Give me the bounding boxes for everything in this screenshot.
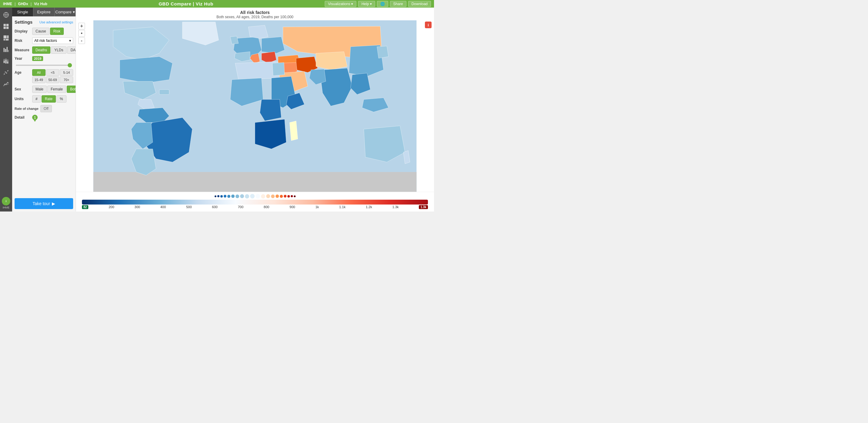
main-layout: I IHME Single Explore Compare ▾ Settings… (0, 8, 434, 212)
year-slider[interactable] (16, 65, 72, 66)
brand-vizhub[interactable]: Viz Hub (34, 2, 48, 6)
zoom-dot-button[interactable]: • (78, 30, 85, 37)
units-setting: Units # Rate % (14, 95, 73, 103)
age-5-14-button[interactable]: 5-14 (60, 69, 73, 76)
year-label: Year (14, 57, 30, 61)
risk-dropdown[interactable]: All risk factors ▾ (32, 37, 73, 44)
female-button[interactable]: Female (48, 86, 66, 93)
tab-explore[interactable]: Explore (33, 8, 55, 17)
units-rate-button[interactable]: Rate (41, 95, 56, 103)
zoom-in-button[interactable]: + (78, 23, 85, 29)
app-title: GBD Compare | Viz Hub (159, 1, 213, 6)
age-50-69-button[interactable]: 50-69 (46, 76, 60, 83)
chevron-down-icon4: ▾ (69, 38, 71, 43)
legend-labels: 82 200 300 400 500 600 700 800 900 1k 1.… (82, 205, 428, 209)
map-container: + • - i (76, 20, 434, 192)
display-label: Display (14, 29, 30, 33)
risk-setting: Risk All risk factors ▾ (14, 37, 73, 44)
measure-btn-group: Deaths YLDs DALYs (32, 46, 75, 54)
sex-btn-group: Male Female Both (32, 86, 75, 93)
svg-rect-4 (6, 24, 9, 26)
detail-setting: Detail 1 (14, 115, 73, 120)
svg-point-22 (5, 72, 6, 72)
brand-ghdx[interactable]: GHDx (18, 2, 28, 6)
separator: | (14, 2, 16, 6)
tab-single[interactable]: Single (12, 8, 33, 17)
both-button[interactable]: Both (67, 86, 75, 93)
age-all-button[interactable]: All (32, 69, 45, 76)
age-70plus-button[interactable]: 70+ (60, 76, 73, 83)
info-icon[interactable]: i (425, 22, 432, 28)
legend-label-1.3k: 1.3k (393, 205, 399, 209)
svg-rect-19 (7, 60, 8, 62)
bar-chart-icon[interactable] (1, 44, 11, 54)
deaths-button[interactable]: Deaths (32, 46, 51, 54)
svg-point-23 (6, 72, 7, 73)
chevron-down-icon3: ▾ (73, 10, 75, 14)
age-lt5-button[interactable]: <5 (46, 69, 60, 76)
top-navigation: IHME | GHDx | Viz Hub GBD Compare | Viz … (0, 0, 434, 8)
top-nav-actions: Visualizations ▾ Help ▾ 🌐 Share Download (325, 1, 431, 7)
chevron-down-icon2: ▾ (370, 2, 372, 6)
chevron-down-icon: ▾ (351, 2, 353, 6)
legend-area: 82 200 300 400 500 600 700 800 900 1k 1.… (76, 192, 434, 212)
svg-rect-7 (4, 35, 7, 38)
age-setting: Age All <5 5-14 15-49 50-69 70+ (14, 69, 73, 83)
svg-rect-16 (4, 61, 5, 63)
advanced-settings-link[interactable]: Use advanced settings (39, 20, 73, 24)
legend-label-800: 800 (264, 205, 269, 209)
globe-view-icon[interactable] (1, 10, 11, 20)
stacked-bar-icon[interactable] (1, 56, 11, 66)
legend-label-1.1k: 1.1k (339, 205, 346, 209)
map-title-area: All risk factors Both sexes, All ages, 2… (76, 8, 434, 20)
units-label: Units (14, 97, 30, 101)
svg-rect-8 (7, 35, 8, 38)
legend-label-900: 900 (289, 205, 295, 209)
units-hash-button[interactable]: # (32, 95, 41, 103)
download-button[interactable]: Download (408, 1, 431, 7)
legend-label-400: 400 (160, 205, 166, 209)
svg-rect-15 (4, 59, 5, 61)
share-button[interactable]: Share (390, 1, 406, 7)
separator2: | (31, 2, 32, 6)
scatter-icon[interactable] (1, 68, 11, 77)
age-15-49-button[interactable]: 15-49 (32, 76, 45, 83)
svg-rect-13 (7, 47, 8, 52)
svg-rect-17 (5, 59, 7, 60)
dalys-button[interactable]: DALYs (67, 46, 75, 54)
take-tour-button[interactable]: Take tour ▶ (14, 198, 73, 209)
svg-rect-18 (5, 60, 7, 64)
display-btn-group: Cause Risk (32, 28, 64, 35)
help-button[interactable]: Help ▾ (358, 1, 375, 7)
brand-ihme[interactable]: IHME (3, 2, 12, 6)
zoom-out-button[interactable]: - (78, 37, 85, 44)
risk-button[interactable]: Risk (50, 28, 64, 35)
ihme-logo: I IHME (2, 197, 10, 212)
map-main-title: All risk factors (76, 10, 434, 15)
rate-change-setting: Rate of change Off (14, 105, 73, 112)
brand-links: IHME | GHDx | Viz Hub (3, 2, 48, 6)
ylds-button[interactable]: YLDs (51, 46, 66, 54)
cause-button[interactable]: Cause (32, 28, 50, 35)
play-icon: ▶ (52, 201, 55, 206)
rate-change-toggle[interactable]: Off (40, 105, 52, 112)
rate-change-label: Rate of change (14, 107, 38, 110)
year-slider-container (14, 62, 73, 67)
age-label: Age (14, 70, 30, 75)
legend-max-badge: 1.3k (419, 205, 428, 209)
svg-rect-10 (5, 39, 8, 40)
line-chart-icon[interactable] (1, 79, 11, 89)
legend-scale (82, 200, 428, 204)
tab-compare[interactable]: Compare ▾ (55, 8, 75, 17)
visualizations-button[interactable]: Visualizations ▾ (325, 1, 356, 7)
grid-view-icon[interactable] (1, 22, 11, 31)
male-button[interactable]: Male (32, 86, 47, 93)
units-pct-button[interactable]: % (57, 95, 66, 103)
world-map[interactable] (76, 20, 434, 192)
globe-icon[interactable]: 🌐 (377, 1, 388, 7)
svg-rect-28 (159, 90, 169, 94)
measure-setting: Measure Deaths YLDs DALYs (14, 46, 73, 54)
age-grid: All <5 5-14 15-49 50-69 70+ (32, 69, 73, 83)
legend-label-600: 600 (212, 205, 218, 209)
treemap-icon[interactable] (1, 33, 11, 43)
